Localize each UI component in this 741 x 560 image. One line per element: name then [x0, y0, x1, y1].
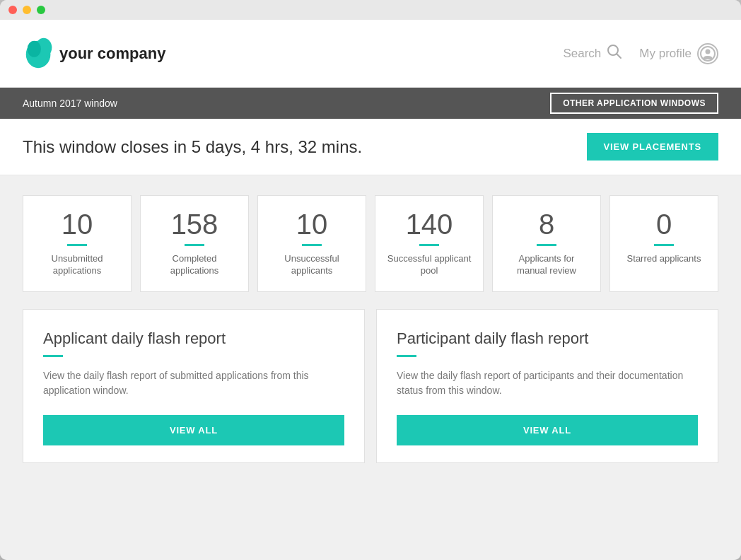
stat-label: Starred applicants	[627, 253, 701, 265]
report-card: Participant daily flash report View the …	[376, 309, 718, 463]
reports-row: Applicant daily flash report View the da…	[23, 309, 718, 463]
app-window: your company Search My profile	[0, 0, 741, 560]
report-description: View the daily flash report of submitted…	[43, 368, 344, 398]
svg-point-2	[28, 40, 41, 57]
stat-divider	[419, 244, 439, 246]
stats-row: 10 Unsubmitted applications 158 Complete…	[23, 195, 718, 292]
stat-card: 8 Applicants for manual review	[492, 195, 601, 292]
header-right: Search My profile	[563, 43, 718, 64]
sub-header: Autumn 2017 window OTHER APPLICATION WIN…	[0, 88, 741, 119]
close-dot[interactable]	[8, 6, 17, 14]
report-divider	[397, 355, 416, 357]
view-all-button[interactable]: VIEW ALL	[397, 415, 698, 445]
report-title: Participant daily flash report	[397, 329, 698, 348]
stat-number: 140	[406, 210, 453, 238]
stat-label: Applicants for manual review	[504, 253, 589, 277]
stat-card: 140 Successful applicant pool	[375, 195, 484, 292]
stat-card: 158 Completed applications	[140, 195, 249, 292]
stat-label: Successful applicant pool	[387, 253, 472, 277]
search-label: Search	[563, 47, 601, 61]
logo-text: your company	[59, 45, 165, 63]
profile-icon	[697, 43, 718, 64]
stat-divider	[302, 244, 322, 246]
profile-button[interactable]: My profile	[639, 43, 718, 64]
header: your company Search My profile	[0, 20, 741, 88]
stat-number: 10	[296, 210, 328, 238]
logo: your company	[23, 35, 165, 72]
stat-number: 158	[171, 210, 218, 238]
profile-label: My profile	[639, 47, 692, 61]
report-divider	[43, 355, 63, 357]
report-card: Applicant daily flash report View the da…	[23, 309, 365, 463]
minimize-dot[interactable]	[23, 6, 31, 14]
report-description: View the daily flash report of participa…	[397, 368, 698, 398]
stat-card: 10 Unsubmitted applications	[23, 195, 132, 292]
stat-label: Completed applications	[152, 253, 237, 277]
stat-number: 10	[62, 210, 93, 238]
logo-icon	[23, 35, 57, 72]
stat-divider	[67, 244, 87, 246]
window-title: Autumn 2017 window	[23, 98, 117, 109]
svg-line-4	[617, 54, 622, 59]
maximize-dot[interactable]	[37, 6, 45, 14]
stat-divider	[654, 244, 674, 246]
stat-number: 8	[539, 210, 554, 238]
stat-label: Unsubmitted applications	[35, 253, 119, 277]
announcement-bar: This window closes in 5 days, 4 hrs, 32 …	[0, 119, 741, 175]
stat-card: 0 Starred applicants	[609, 195, 718, 292]
stat-divider	[537, 244, 556, 246]
svg-point-6	[706, 49, 711, 54]
main-content: 10 Unsubmitted applications 158 Complete…	[0, 175, 741, 560]
view-placements-button[interactable]: VIEW PLACEMENTS	[587, 133, 718, 161]
view-all-button[interactable]: VIEW ALL	[43, 415, 344, 445]
stat-label: Unsuccessful applicants	[269, 253, 354, 277]
announcement-text: This window closes in 5 days, 4 hrs, 32 …	[23, 137, 362, 157]
stat-card: 10 Unsuccessful applicants	[257, 195, 366, 292]
title-bar	[0, 0, 741, 20]
stat-number: 0	[656, 210, 672, 238]
search-button[interactable]: Search	[563, 44, 622, 63]
other-windows-button[interactable]: OTHER APPLICATION WINDOWS	[550, 93, 718, 114]
search-icon	[607, 44, 622, 63]
stat-divider	[185, 244, 204, 246]
report-title: Applicant daily flash report	[43, 329, 344, 348]
